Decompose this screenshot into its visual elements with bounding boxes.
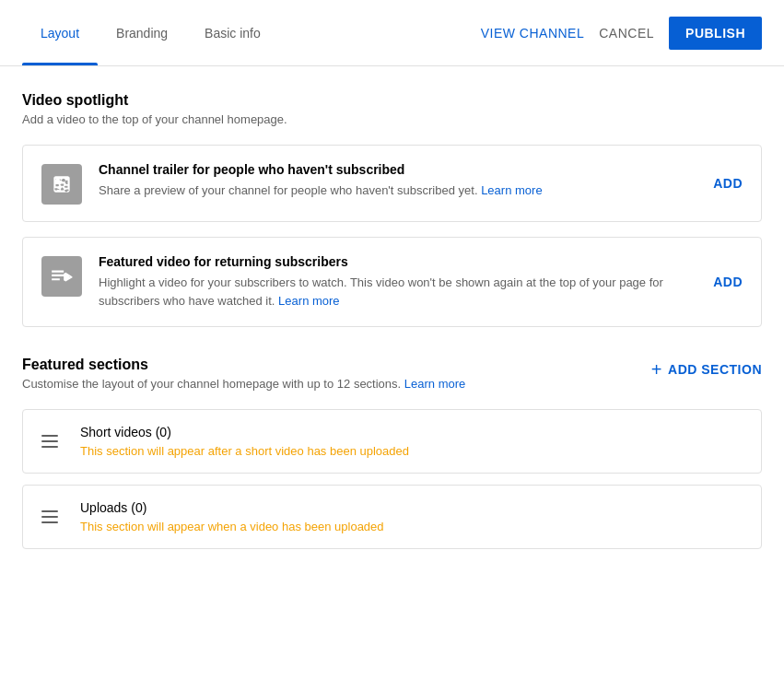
- film-icon: [50, 172, 74, 196]
- featured-sections-learn-more[interactable]: Learn more: [404, 377, 465, 391]
- tabs: Layout Branding Basic info: [22, 0, 279, 65]
- video-spotlight-section: Video spotlight Add a video to the top o…: [22, 92, 762, 327]
- tab-branding[interactable]: Branding: [98, 0, 186, 65]
- video-spotlight-title: Video spotlight: [22, 92, 762, 109]
- channel-trailer-action: ADD: [713, 176, 743, 191]
- add-section-button[interactable]: + ADD SECTION: [651, 360, 762, 379]
- uploads-title: Uploads (0): [80, 500, 384, 515]
- featured-video-film-icon: [50, 264, 74, 288]
- featured-video-card: Featured video for returning subscribers…: [22, 237, 762, 327]
- plus-icon: +: [651, 360, 662, 379]
- view-channel-button[interactable]: VIEW CHANNEL: [481, 26, 585, 41]
- featured-sections-header: Featured sections Customise the layout o…: [22, 357, 762, 391]
- list-item-short-videos: Short videos (0) This section will appea…: [22, 409, 762, 474]
- channel-trailer-desc: Share a preview of your channel for peop…: [99, 181, 698, 200]
- featured-video-learn-more[interactable]: Learn more: [278, 294, 339, 308]
- header: Layout Branding Basic info VIEW CHANNEL …: [0, 0, 784, 66]
- featured-video-body: Featured video for returning subscribers…: [99, 254, 698, 310]
- featured-sections-area: Featured sections Customise the layout o…: [22, 357, 762, 549]
- channel-trailer-icon: [41, 164, 82, 205]
- featured-video-title: Featured video for returning subscribers: [99, 254, 698, 269]
- cancel-button[interactable]: CANCEL: [599, 26, 654, 41]
- featured-video-icon: [41, 256, 82, 297]
- featured-sections-title: Featured sections: [22, 357, 465, 373]
- uploads-body: Uploads (0) This section will appear whe…: [80, 500, 384, 533]
- channel-trailer-title: Channel trailer for people who haven't s…: [99, 162, 698, 177]
- channel-trailer-learn-more[interactable]: Learn more: [481, 183, 542, 197]
- short-videos-title: Short videos (0): [80, 425, 409, 439]
- featured-video-desc: Highlight a video for your subscribers t…: [99, 274, 698, 310]
- list-item-uploads: Uploads (0) This section will appear whe…: [22, 485, 762, 549]
- featured-sections-header-left: Featured sections Customise the layout o…: [22, 357, 465, 391]
- drag-handle-short-videos[interactable]: [41, 435, 58, 448]
- tab-basic-info[interactable]: Basic info: [186, 0, 279, 65]
- short-videos-desc: This section will appear after a short v…: [80, 444, 409, 458]
- short-videos-body: Short videos (0) This section will appea…: [80, 425, 409, 458]
- header-actions: VIEW CHANNEL CANCEL PUBLISH: [481, 17, 762, 50]
- publish-button[interactable]: PUBLISH: [669, 17, 762, 50]
- featured-video-action: ADD: [713, 275, 743, 289]
- uploads-desc: This section will appear when a video ha…: [80, 520, 384, 533]
- main-content: Video spotlight Add a video to the top o…: [0, 66, 784, 586]
- drag-handle-uploads[interactable]: [41, 510, 58, 523]
- channel-trailer-card: Channel trailer for people who haven't s…: [22, 145, 762, 222]
- channel-trailer-add-button[interactable]: ADD: [713, 176, 743, 191]
- tab-layout[interactable]: Layout: [22, 0, 98, 65]
- featured-sections-desc: Customise the layout of your channel hom…: [22, 377, 465, 391]
- featured-video-add-button[interactable]: ADD: [713, 275, 743, 289]
- channel-trailer-body: Channel trailer for people who haven't s…: [99, 162, 698, 200]
- video-spotlight-desc: Add a video to the top of your channel h…: [22, 112, 762, 126]
